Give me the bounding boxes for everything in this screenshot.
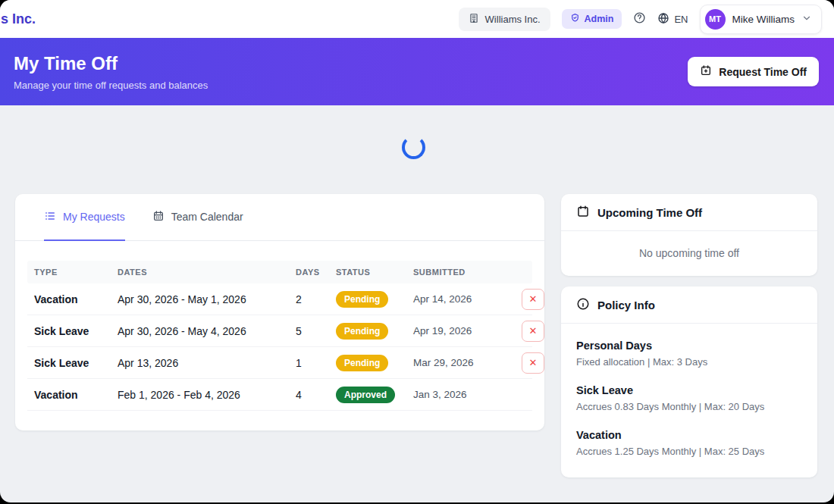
upcoming-time-off-card: Upcoming Time Off No upcoming time off [561, 194, 817, 276]
list-icon [44, 210, 56, 224]
policy-details: Accrues 1.25 Days Monthly | Max: 25 Days [576, 446, 802, 457]
policy-info-card: Policy Info Personal Days Fixed allocati… [561, 286, 817, 477]
topbar: s Inc. Williams Inc. Admin [0, 0, 834, 38]
status-badge: Pending [336, 355, 388, 371]
policy-card-title: Policy Info [597, 299, 655, 311]
company-selector-button[interactable]: Williams Inc. [459, 8, 550, 31]
request-time-off-label: Request Time Off [719, 66, 807, 78]
calendar-plus-icon [700, 64, 712, 79]
company-logo[interactable]: s Inc. [0, 11, 36, 27]
col-header-dates: DATES [118, 268, 296, 277]
request-time-off-button[interactable]: Request Time Off [688, 57, 819, 86]
tab-team-calendar[interactable]: Team Calendar [152, 194, 243, 241]
language-label: EN [674, 14, 688, 25]
role-badge-label: Admin [585, 14, 614, 24]
user-name: Mike Williams [732, 14, 795, 25]
policy-name: Vacation [576, 429, 802, 441]
page-subtitle: Manage your time off requests and balanc… [14, 80, 208, 91]
request-submitted: Apr 14, 2026 [413, 293, 504, 305]
policy-name: Sick Leave [576, 384, 802, 396]
policy-item: Personal Days Fixed allocation | Max: 3 … [576, 340, 802, 368]
policy-item: Sick Leave Accrues 0.83 Days Monthly | M… [576, 384, 802, 412]
shield-check-icon [570, 13, 580, 25]
upcoming-empty-message: No upcoming time off [561, 231, 817, 276]
help-button[interactable] [633, 11, 646, 27]
page-title: My Time Off [14, 53, 208, 74]
request-type: Sick Leave [34, 325, 118, 337]
policy-details: Fixed allocation | Max: 3 Days [576, 356, 802, 368]
user-menu-button[interactable]: MT Mike Williams [700, 5, 823, 34]
building-icon [469, 13, 479, 26]
status-badge: Pending [336, 291, 388, 308]
language-selector[interactable]: EN [657, 12, 688, 27]
request-dates: Feb 1, 2026 - Feb 4, 2026 [118, 389, 296, 401]
tab-my-requests[interactable]: My Requests [44, 194, 125, 241]
globe-icon [657, 12, 669, 27]
table-row: Sick Leave Apr 30, 2026 - May 4, 2026 5 … [27, 315, 532, 347]
request-days: 5 [296, 325, 336, 337]
tab-team-calendar-label: Team Calendar [171, 211, 243, 223]
table-header-row: TYPE DATES DAYS STATUS SUBMITTED [27, 261, 532, 283]
request-dates: Apr 30, 2026 - May 1, 2026 [118, 293, 296, 305]
request-days: 4 [296, 389, 336, 401]
page-header: My Time Off Manage your time off request… [0, 38, 834, 105]
request-dates: Apr 30, 2026 - May 4, 2026 [118, 325, 296, 337]
policy-details: Accrues 0.83 Days Monthly | Max: 20 Days [576, 401, 802, 412]
loading-spinner [402, 136, 425, 159]
role-badge: Admin [562, 9, 622, 29]
request-submitted: Mar 29, 2026 [413, 357, 504, 368]
upcoming-card-title: Upcoming Time Off [597, 206, 702, 219]
col-header-type: TYPE [34, 268, 118, 277]
request-submitted: Jan 3, 2026 [413, 389, 504, 400]
status-badge: Pending [336, 323, 388, 340]
request-submitted: Apr 19, 2026 [413, 325, 504, 337]
calendar-icon [576, 205, 590, 221]
policy-list: Personal Days Fixed allocation | Max: 3 … [561, 324, 817, 477]
request-dates: Apr 13, 2026 [118, 357, 296, 369]
policy-item: Vacation Accrues 1.25 Days Monthly | Max… [576, 429, 802, 457]
avatar: MT [705, 9, 726, 30]
help-circle-icon [633, 11, 646, 27]
request-type: Vacation [34, 389, 118, 401]
info-circle-icon [576, 297, 590, 313]
table-row: Sick Leave Apr 13, 2026 1 Pending Mar 29… [27, 347, 532, 379]
request-type: Vacation [34, 293, 118, 305]
calendar-grid-icon [152, 210, 165, 224]
request-type: Sick Leave [34, 357, 118, 369]
request-days: 1 [296, 357, 336, 369]
col-header-status: STATUS [336, 268, 413, 277]
company-selector-label: Williams Inc. [485, 14, 541, 25]
col-header-submitted: SUBMITTED [413, 268, 504, 277]
my-time-off-page: s Inc. Williams Inc. Admin [0, 0, 834, 502]
status-badge: Approved [336, 387, 395, 403]
cancel-request-button[interactable]: ✕ [522, 289, 544, 310]
tab-my-requests-label: My Requests [63, 211, 125, 223]
cancel-request-button[interactable]: ✕ [522, 321, 544, 342]
topbar-actions: Williams Inc. Admin EN MT [459, 5, 822, 34]
chevron-down-icon [801, 13, 812, 26]
cancel-request-button[interactable]: ✕ [522, 352, 544, 374]
requests-card: My Requests Team Calendar TYPE DATES DAY… [15, 194, 544, 430]
policy-name: Personal Days [576, 340, 802, 352]
requests-table: TYPE DATES DAYS STATUS SUBMITTED Vacatio… [27, 261, 532, 411]
policy-card-header: Policy Info [561, 286, 817, 324]
tabbar: My Requests Team Calendar [15, 194, 544, 241]
table-row: Vacation Apr 30, 2026 - May 1, 2026 2 Pe… [27, 283, 532, 315]
col-header-days: DAYS [296, 268, 336, 277]
request-days: 2 [296, 293, 336, 305]
page-header-text: My Time Off Manage your time off request… [14, 53, 208, 91]
table-row: Vacation Feb 1, 2026 - Feb 4, 2026 4 App… [27, 379, 532, 411]
upcoming-card-header: Upcoming Time Off [561, 194, 817, 231]
